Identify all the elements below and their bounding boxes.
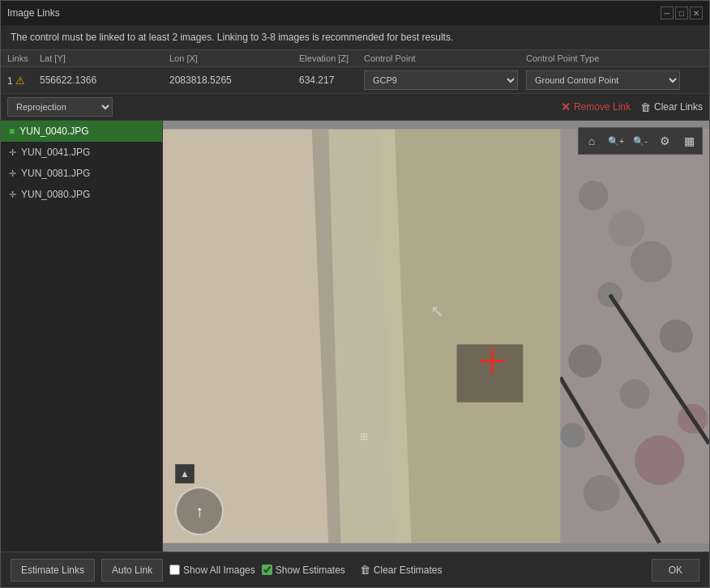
grid-icon: ⊞ [360, 431, 368, 442]
nav-up-button[interactable]: ▲ [175, 464, 195, 484]
clear-links-button[interactable]: 🗑 Clear Links [640, 101, 703, 113]
file-name-0: YUN_0040.JPG [19, 126, 88, 137]
reprojection-select[interactable]: Reprojection [7, 97, 113, 117]
file-item-2[interactable]: ✛ YUN_0081.JPG [1, 163, 162, 184]
map-layers-button[interactable]: ▦ [678, 130, 700, 152]
zoom-in-icon: 🔍+ [608, 136, 624, 147]
svg-point-13 [560, 423, 585, 448]
active-file-icon: ■ [9, 126, 15, 137]
control-point-select[interactable]: GCP9 [364, 70, 518, 90]
action-buttons: ✕ Remove Link 🗑 Clear Links [561, 100, 703, 113]
show-all-images-label[interactable]: Show All Images [169, 565, 255, 576]
window-title: Image Links [7, 7, 60, 19]
col-lat-header: Lat [Y] [40, 53, 169, 63]
settings-icon: ⚙ [660, 134, 670, 147]
close-button[interactable]: ✕ [690, 6, 703, 19]
info-message: The control must be linked to at least 2… [11, 32, 453, 43]
map-canvas: ↖ ⊞ ⌂ 🔍+ 🔍- ⚙ [163, 121, 709, 552]
warning-icon: ⚠ [15, 75, 25, 87]
file-list: ■ YUN_0040.JPG ✛ YUN_0041.JPG ✛ YUN_0081… [1, 121, 163, 552]
cursor-indicator: ↖ [430, 301, 444, 321]
svg-point-9 [620, 379, 650, 409]
clear-estimates-button[interactable]: 🗑 Clear Estimates [352, 559, 451, 582]
row-lon: 2083818.5265 [169, 75, 299, 86]
map-toolbar: ⌂ 🔍+ 🔍- ⚙ ▦ [578, 127, 703, 155]
title-bar: Image Links ─ □ ✕ [1, 1, 709, 25]
show-estimates-label[interactable]: Show Estimates [262, 565, 345, 576]
show-all-images-text: Show All Images [183, 565, 255, 576]
bottom-bar: Estimate Links Auto Link Show All Images… [1, 552, 709, 587]
col-cpt-header: Control Point Type [526, 53, 688, 63]
show-estimates-checkbox[interactable] [262, 565, 272, 575]
map-home-button[interactable]: ⌂ [580, 130, 603, 152]
auto-link-button[interactable]: Auto Link [101, 559, 163, 582]
title-bar-buttons: ─ □ ✕ [661, 6, 703, 19]
map-area[interactable]: ↖ ⊞ ⌂ 🔍+ 🔍- ⚙ [163, 121, 709, 552]
crosshair-icon-3: ✛ [9, 190, 16, 200]
estimate-links-button[interactable]: Estimate Links [11, 559, 95, 582]
home-icon: ⌂ [588, 134, 595, 147]
file-name-1: YUN_0041.JPG [21, 147, 90, 158]
dropdown-row: Reprojection ✕ Remove Link 🗑 Clear Links [1, 94, 709, 121]
remove-link-button[interactable]: ✕ Remove Link [561, 100, 631, 113]
map-zoom-out-button[interactable]: 🔍- [629, 130, 652, 152]
minimize-button[interactable]: ─ [661, 6, 674, 19]
ok-button[interactable]: OK [652, 559, 699, 582]
aerial-image [163, 121, 709, 552]
col-cp-header: Control Point [364, 53, 526, 63]
control-point-type-select[interactable]: Ground Control Point [526, 70, 680, 90]
col-lon-header: Lon [X] [169, 53, 299, 63]
map-settings-button[interactable]: ⚙ [653, 130, 676, 152]
clear-estimates-icon: 🗑 [360, 564, 370, 576]
row-lat: 556622.1366 [40, 75, 169, 86]
show-estimates-text: Show Estimates [276, 565, 345, 576]
svg-point-7 [631, 241, 672, 283]
remove-link-icon: ✕ [561, 100, 571, 113]
row-link-num: 1 ⚠ [7, 75, 40, 87]
restore-button[interactable]: □ [675, 6, 688, 19]
show-all-images-checkbox[interactable] [169, 565, 180, 575]
info-bar: The control must be linked to at least 2… [1, 25, 709, 50]
compass: ↑ [175, 487, 224, 535]
image-links-window: Image Links ─ □ ✕ The control must be li… [0, 0, 710, 588]
map-navigation-controls: ▲ ↑ [175, 464, 224, 535]
layers-icon: ▦ [684, 134, 695, 147]
file-item-1[interactable]: ✛ YUN_0041.JPG [1, 142, 162, 163]
file-item-3[interactable]: ✛ YUN_0080.JPG [1, 184, 162, 205]
col-elevation-header: Elevation [Z] [299, 53, 364, 63]
svg-point-12 [660, 320, 693, 353]
main-area: ■ YUN_0040.JPG ✛ YUN_0041.JPG ✛ YUN_0081… [1, 121, 709, 552]
row-cpt: Ground Control Point [526, 70, 688, 90]
crosshair-icon-2: ✛ [9, 168, 16, 179]
col-links-header: Links [7, 53, 40, 63]
svg-point-8 [568, 344, 601, 377]
svg-point-10 [635, 436, 684, 485]
file-name-3: YUN_0080.JPG [21, 189, 90, 200]
svg-rect-18 [457, 344, 524, 402]
zoom-out-icon: 🔍- [633, 136, 648, 147]
map-zoom-in-button[interactable]: 🔍+ [605, 130, 627, 152]
svg-point-11 [584, 475, 620, 512]
row-cp: GCP9 [364, 70, 526, 90]
svg-point-5 [608, 211, 644, 247]
row-elevation: 634.217 [299, 75, 364, 86]
table-header: Links Lat [Y] Lon [X] Elevation [Z] Cont… [1, 50, 709, 67]
file-item-0[interactable]: ■ YUN_0040.JPG [1, 121, 162, 142]
clear-links-icon: 🗑 [640, 101, 651, 113]
svg-point-4 [579, 181, 609, 211]
remove-link-label: Remove Link [574, 101, 631, 113]
file-name-2: YUN_0081.JPG [21, 168, 90, 179]
clear-estimates-label: Clear Estimates [374, 565, 443, 576]
clear-links-label: Clear Links [654, 101, 703, 113]
crosshair-icon-1: ✛ [9, 147, 16, 158]
table-row: 1 ⚠ 556622.1366 2083818.5265 634.217 GCP… [1, 67, 709, 94]
